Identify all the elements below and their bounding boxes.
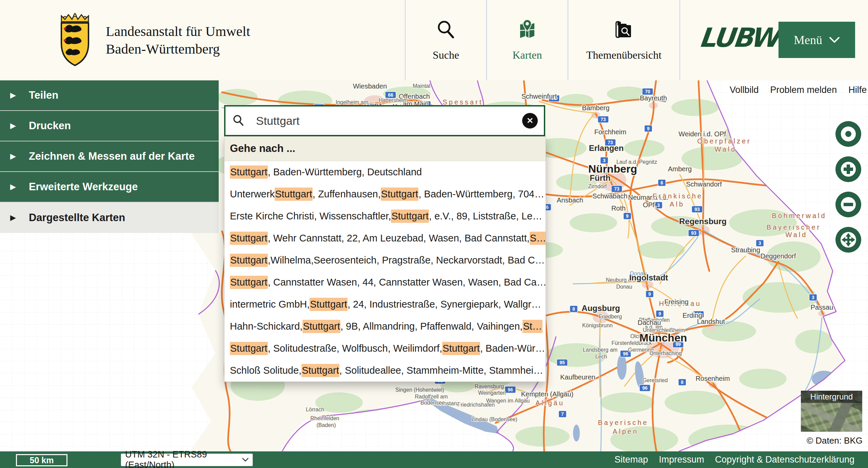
- result-text: , Zuffenhausen,: [313, 189, 381, 200]
- route-shield: 70: [642, 88, 653, 95]
- svg-text:8: 8: [572, 306, 575, 312]
- zoom-out-button[interactable]: [835, 191, 862, 218]
- hilfe-link[interactable]: Hilfe: [848, 85, 867, 95]
- map-label: Wald: [786, 231, 808, 238]
- search-result[interactable]: Erste Kirche Christi, Wissenschaftler, S…: [224, 205, 546, 227]
- svg-text:73: 73: [600, 117, 606, 122]
- nav-karten-label: Karten: [512, 49, 542, 61]
- svg-text:96: 96: [623, 351, 628, 356]
- result-text: , Baden-Wür…: [480, 343, 545, 354]
- map-tools: [835, 120, 862, 253]
- map-label: Rheinfelden: [310, 415, 339, 421]
- result-text: , Baden-Württemberg, 704…: [418, 189, 544, 200]
- search-result[interactable]: Stuttgart, Cannstatter Wasen, 44, Cannst…: [224, 271, 546, 293]
- sidebar-item-1[interactable]: ▶Teilen: [0, 80, 219, 111]
- map-label: Wald: [715, 145, 737, 153]
- zoom-in-button[interactable]: [835, 156, 862, 183]
- result-highlight: Stuttgart: [230, 276, 268, 289]
- sitemap-link[interactable]: Sitemap: [614, 454, 648, 465]
- result-highlight: Stuttgart: [230, 232, 268, 245]
- svg-text:7: 7: [561, 411, 564, 417]
- map-label: Wiesbaden: [353, 82, 387, 90]
- svg-text:9: 9: [626, 213, 629, 219]
- impressum-link[interactable]: Impressum: [659, 454, 704, 465]
- result-highlight: Stuttgart: [310, 298, 348, 311]
- triangle-right-icon: ▶: [10, 121, 16, 130]
- map-label: Alpen: [613, 428, 638, 435]
- center-map-icon: [835, 120, 862, 148]
- sidebar-item-5[interactable]: ▶Dargestellte Karten: [0, 202, 219, 233]
- route-shield: 73: [598, 116, 609, 123]
- result-text: , Cannstatter Wasen, 44, Cannstatter Was…: [268, 277, 546, 288]
- sidebar-item-3[interactable]: ▶Zeichnen & Messen auf der Karte: [0, 141, 219, 172]
- map-label: Unterhaching: [649, 350, 682, 356]
- svg-text:93: 93: [691, 230, 696, 236]
- result-highlight: Stuttgart: [391, 210, 429, 223]
- vollbild-link[interactable]: Vollbild: [730, 85, 759, 95]
- center-map-button[interactable]: [835, 120, 862, 148]
- clear-search-button[interactable]: ✕: [522, 113, 538, 129]
- map-label: Kempten (Allgäu): [521, 390, 574, 398]
- nav-karten[interactable]: Karten: [486, 0, 568, 80]
- svg-text:6: 6: [660, 180, 663, 186]
- svg-text:3: 3: [657, 202, 660, 208]
- map-label: Ravensburg: [475, 384, 504, 389]
- menu-button[interactable]: Menü: [778, 22, 855, 58]
- svg-text:3: 3: [603, 158, 606, 163]
- result-text: , 9B, Allmandring, Pfaffenwald, Vaihinge…: [340, 321, 522, 332]
- sidebar-item-2[interactable]: ▶Drucken: [0, 111, 219, 141]
- route-shield: 3: [809, 294, 817, 301]
- nav-themenuebersicht[interactable]: Themenübersicht: [568, 0, 680, 80]
- sidebar-item-4[interactable]: ▶Erweiterte Werkzeuge: [0, 172, 219, 202]
- map-label: Kaufbeuren: [560, 373, 595, 381]
- route-shield: 96: [505, 386, 516, 393]
- result-highlight: Stuttgart: [230, 342, 268, 355]
- copyright-datenschutzerkl-rung-link[interactable]: Copyright & Datenschutzerklärung: [715, 454, 854, 465]
- route-shield: 95: [557, 359, 568, 366]
- map-label: Oberpfälzer: [697, 137, 751, 145]
- sidebar-item-label: Drucken: [29, 120, 71, 132]
- search-result[interactable]: Stuttgart, Wehr Cannstatt, 22, Am Leuzeb…: [224, 227, 546, 249]
- folder-search-icon: [613, 19, 634, 40]
- background-layer-toggle[interactable]: Hintergrund: [801, 391, 862, 432]
- search-result[interactable]: intermetric GmbH, Stuttgart, 24, Industr…: [224, 293, 546, 315]
- sidebar-item-label: Zeichnen & Messen auf der Karte: [29, 150, 195, 162]
- map-label: Singen (Hohentwiel): [395, 387, 444, 393]
- projection-select[interactable]: UTM 32N - ETRS89 (East/North): [121, 453, 253, 466]
- triangle-right-icon: ▶: [10, 182, 16, 191]
- map-label: Augsburg: [581, 304, 620, 313]
- map-label: Bayerischer: [767, 223, 821, 231]
- coat-of-arms-icon: [57, 13, 93, 67]
- map-label: Fränkische: [653, 192, 703, 200]
- result-text: , Solitudeallee, Stammheim-Mitte, Stammh…: [339, 365, 543, 376]
- map-label: Freising: [664, 298, 688, 306]
- result-highlight: Stuttgart: [275, 188, 313, 201]
- map-label: Friedrichshafen: [457, 402, 495, 408]
- svg-text:8: 8: [681, 379, 684, 385]
- pan-icon: [835, 226, 862, 253]
- triangle-right-icon: ▶: [10, 152, 16, 161]
- lubw-logo[interactable]: LUBW: [697, 22, 779, 53]
- triangle-right-icon: ▶: [10, 91, 16, 100]
- problem-melden-link[interactable]: Problem melden: [770, 85, 837, 95]
- map-label: (Baden): [317, 422, 336, 428]
- search-result[interactable]: Stuttgart, Solitudestraße, Wolfbusch, We…: [224, 337, 546, 359]
- footer-bar: 50 km UTM 32N - ETRS89 (East/North) Site…: [0, 451, 868, 468]
- search-result[interactable]: Hahn-Schickard, Stuttgart, 9B, Allmandri…: [224, 315, 546, 337]
- search-input[interactable]: [255, 114, 522, 128]
- map-label: Weingarten: [478, 390, 506, 396]
- map-label: Weiden i.d. OPf.: [678, 130, 728, 138]
- pan-button[interactable]: [835, 226, 862, 253]
- search-result[interactable]: Stuttgart, Baden-Württemberg, Deutschlan…: [224, 161, 546, 183]
- site-title-line2: Baden-Württemberg: [106, 40, 250, 58]
- nav-suche[interactable]: Suche: [405, 0, 486, 80]
- sidebar-item-label: Erweiterte Werkzeuge: [29, 181, 138, 193]
- route-shield: 8: [678, 379, 686, 386]
- map-copyright: © Daten: BKG: [807, 435, 863, 446]
- map-toolbar-links: VollbildProblem meldenHilfe: [730, 85, 867, 95]
- search-result[interactable]: Unterwerk Stuttgart, Zuffenhausen, Stutt…: [224, 183, 546, 205]
- map-label: Zirndorf: [588, 183, 607, 189]
- search-result[interactable]: Schloß Solitude, Stuttgart, Solitudealle…: [224, 359, 546, 382]
- nav-suche-label: Suche: [433, 49, 459, 61]
- search-result[interactable]: Stuttgart,Wilhelma,Seerosenteich, Pragst…: [224, 249, 546, 271]
